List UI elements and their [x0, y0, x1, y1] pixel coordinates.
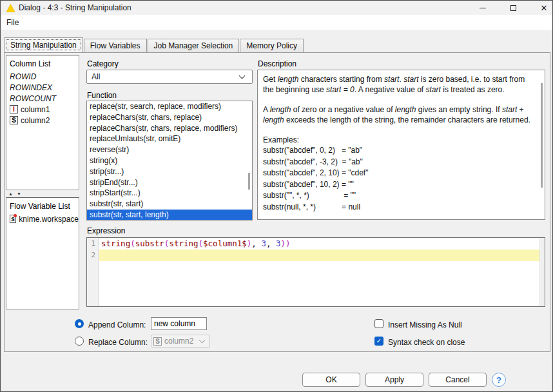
maximize-button[interactable] [503, 1, 523, 15]
function-item[interactable]: replaceUmlauts(str, omitE) [87, 133, 252, 144]
tab-strip: String Manipulation Flow Variables Job M… [4, 37, 304, 52]
menu-bar: File [1, 15, 553, 30]
function-item-selected[interactable]: substr(str, start, length) [87, 210, 252, 220]
function-item[interactable]: replace(str, search, replace, modifiers) [87, 101, 252, 112]
column-list-item-rowcount[interactable]: ROWCOUNT [6, 93, 79, 104]
syntax-check-checkbox[interactable]: ✓ [374, 337, 383, 346]
menu-file[interactable]: File [1, 15, 24, 30]
flow-variable-item[interactable]: s knime.workspace [6, 213, 79, 224]
line-number-gutter: 1 2 [87, 238, 99, 306]
minimize-icon [480, 8, 486, 8]
category-value: All [92, 72, 240, 81]
example-line: substr("abcdef", 0, 2) = "ab" [263, 145, 536, 157]
close-button[interactable]: ✕ [534, 1, 553, 15]
function-list: replace(str, search, replace, modifiers)… [86, 101, 253, 220]
description-box[interactable]: Get length characters starting from star… [257, 70, 545, 220]
syntax-check-label: Syntax check on close [388, 338, 465, 347]
category-label: Category [87, 59, 119, 68]
function-item[interactable]: strip(str...) [87, 166, 252, 177]
column-list-title: Column List [6, 55, 79, 71]
question-mark-icon: ? [496, 375, 501, 385]
maximize-icon [510, 5, 516, 11]
function-item[interactable]: string(x) [87, 155, 252, 166]
description-scrollbar-thumb[interactable] [541, 83, 543, 188]
window-title: Dialog - 4:3 - String Manipulation [19, 3, 131, 12]
flow-variable-name: knime.workspace [19, 215, 79, 224]
line-number: 2 [87, 250, 98, 261]
flow-variable-list-panel: Flow Variable List s knime.workspace [6, 197, 79, 309]
close-icon: ✕ [541, 4, 548, 12]
column-list-item-column1[interactable]: I column1 [6, 104, 79, 115]
column-list-panel: Column List ROWID ROWINDEX ROWCOUNT I co… [6, 55, 79, 190]
expression-scrollbar-track[interactable] [539, 238, 545, 306]
string-type-icon: S [10, 116, 18, 124]
append-column-label: Append Column: [88, 320, 146, 329]
column-list-item-column2[interactable]: S column2 [6, 115, 79, 126]
help-button[interactable]: ? [492, 373, 506, 387]
function-item[interactable]: stripEnd(str...) [87, 177, 252, 188]
replace-column-label: Replace Column: [88, 338, 148, 347]
splitter-down-icon[interactable]: ▼ [17, 191, 21, 196]
example-line: substr("", *, *) = "" [263, 190, 536, 202]
flow-variable-dot [14, 214, 17, 217]
tab-memory-policy[interactable]: Memory Policy [240, 39, 304, 52]
function-item[interactable]: substr(str, start) [87, 199, 252, 210]
function-item[interactable]: replaceChars(str, chars, replace, modifi… [87, 123, 252, 134]
title-bar: Dialog - 4:3 - String Manipulation [1, 1, 553, 15]
flow-variable-list-title: Flow Variable List [6, 198, 79, 213]
function-scrollbar-thumb[interactable] [248, 173, 250, 190]
insert-missing-label: Insert Missing As Null [388, 320, 462, 329]
example-line: substr("abcdef", 2, 10) = "cdef" [263, 168, 536, 179]
category-select[interactable]: All [86, 70, 253, 84]
ok-button[interactable]: OK [302, 373, 360, 387]
app-icon [6, 3, 15, 13]
tab-string-manipulation[interactable]: String Manipulation [4, 37, 83, 52]
append-column-input[interactable] [151, 317, 207, 330]
column-name: column1 [21, 105, 50, 114]
splitter-up-icon[interactable]: ▲ [8, 191, 13, 196]
insert-missing-checkbox[interactable] [374, 319, 383, 328]
integer-type-icon: I [10, 105, 18, 113]
append-column-radio[interactable] [75, 319, 84, 328]
expression-line-1[interactable]: string(substr(string($column1$), 3, 3)) [99, 238, 539, 250]
replace-column-select[interactable]: S column2 [151, 335, 210, 348]
expression-editor[interactable]: 1 2 string(substr(string($column1$), 3, … [86, 237, 545, 307]
function-item[interactable]: reverse(str) [87, 144, 252, 155]
column-name: column2 [21, 116, 50, 125]
minimize-button[interactable] [473, 1, 492, 15]
column-list-item-rowindex[interactable]: ROWINDEX [6, 82, 79, 93]
function-label: Function [87, 91, 117, 100]
description-label: Description [258, 59, 296, 68]
apply-button[interactable]: Apply [365, 373, 423, 387]
description-paragraph-1: Get length characters starting from star… [263, 74, 536, 95]
function-item[interactable]: replaceChars(str, chars, replace) [87, 112, 252, 123]
expression-line-2-current[interactable] [99, 250, 539, 261]
replace-column-radio[interactable] [75, 337, 84, 346]
example-line-clipped: substr(null, *, *) = null [263, 202, 536, 213]
cancel-button[interactable]: Cancel [429, 373, 487, 387]
string-type-icon: S [153, 337, 162, 346]
example-line: substr("abcdef", 10, 2) = "" [263, 179, 536, 191]
column-list-item-rowid[interactable]: ROWID [6, 71, 79, 82]
tab-flow-variables[interactable]: Flow Variables [84, 39, 147, 52]
tab-job-manager-selection[interactable]: Job Manager Selection [148, 39, 240, 52]
description-paragraph-2: A length of zero or a negative value of … [263, 104, 536, 125]
examples-title: Examples: [263, 135, 536, 145]
expression-label: Expression [87, 226, 125, 235]
replace-column-value: column2 [164, 337, 200, 346]
dialog-window: Dialog - 4:3 - String Manipulation ✕ Fil… [0, 0, 553, 392]
panel-splitter[interactable]: ▲ ▼ [8, 191, 21, 196]
line-number: 1 [87, 238, 98, 250]
example-line: substr("abcdef", -3, 2) = "ab" [263, 157, 536, 168]
chevron-down-icon [239, 73, 246, 79]
function-item[interactable]: stripStart(str...) [87, 188, 252, 199]
flow-variable-string-icon: s [10, 215, 16, 223]
chevron-down-icon [199, 337, 206, 344]
